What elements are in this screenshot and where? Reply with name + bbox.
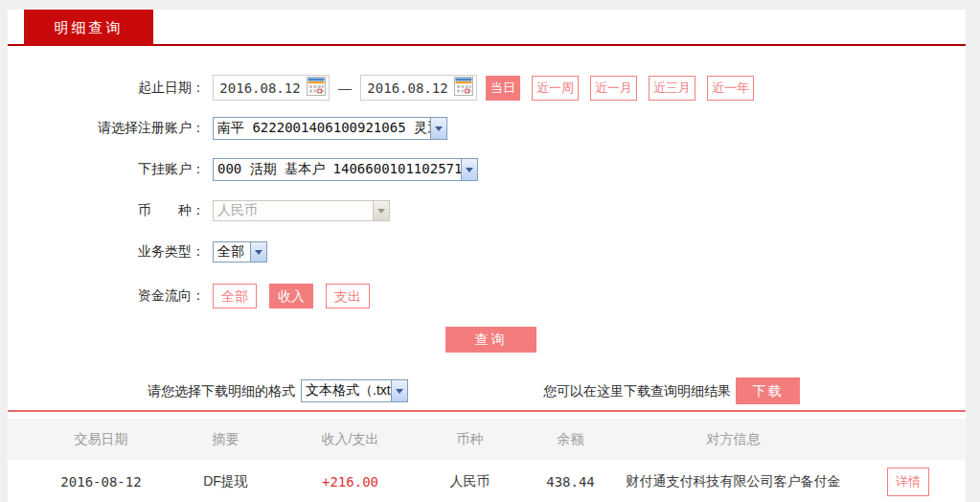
register-account-row: 请选择注册账户： 南平 6222001406100921065 灵通卡 — [8, 117, 966, 140]
calendar-icon[interactable] — [454, 77, 473, 100]
quick-range-3months-button[interactable]: 近三月 — [649, 76, 695, 101]
quick-range-week-button[interactable]: 近一周 — [532, 76, 579, 101]
table-header-row: 交易日期 摘要 收入/支出 币种 余额 对方信息 — [8, 419, 966, 460]
date-range-row: 起止日期： 2016.08.12 — — [8, 75, 966, 101]
sub-account-label: 下挂账户： — [8, 161, 205, 178]
content-panel: 明细查询 起止日期： 2016.08.12 — [8, 10, 966, 502]
download-format-value: 文本格式（.txt） — [302, 382, 391, 399]
detail-button[interactable]: 详情 — [887, 468, 929, 496]
table-header-balance: 余额 — [525, 431, 616, 448]
sub-account-select[interactable]: 000 活期 基本户 1406600101102571848 — [213, 158, 478, 181]
sub-account-row: 下挂账户： 000 活期 基本户 1406600101102571848 — [8, 158, 966, 181]
table-top-divider — [8, 410, 966, 412]
table-header-summary: 摘要 — [166, 431, 285, 448]
chevron-down-icon — [391, 380, 407, 401]
end-date-value: 2016.08.12 — [361, 80, 454, 96]
currency-select: 人民币 — [213, 200, 390, 221]
sub-account-value: 000 活期 基本户 1406600101102571848 — [214, 161, 461, 178]
chevron-down-icon — [461, 159, 477, 180]
date-range-separator: — — [338, 80, 352, 96]
chevron-down-icon — [250, 242, 266, 262]
register-account-value: 南平 6222001406100921065 灵通卡 — [214, 120, 430, 137]
end-date-input[interactable]: 2016.08.12 — [360, 75, 477, 101]
table-row: 2016-08-12 DF提现 +216.00 人民币 438.44 财付通支付… — [8, 460, 966, 502]
cell-summary: DF提现 — [166, 473, 285, 491]
register-account-select[interactable]: 南平 6222001406100921065 灵通卡 — [213, 117, 447, 140]
tab-bar: 明细查询 — [8, 10, 966, 46]
query-button[interactable]: 查询 — [445, 327, 536, 353]
table-header-currency: 币种 — [415, 431, 525, 448]
cell-counterparty: 财付通支付科技有限公司客户备付金 — [616, 473, 851, 491]
quick-range-year-button[interactable]: 近一年 — [707, 76, 754, 101]
currency-row: 币 种： 人民币 — [8, 200, 966, 221]
date-range-label: 起止日期： — [8, 80, 205, 97]
business-type-select[interactable]: 全部 — [213, 241, 267, 262]
business-type-value: 全部 — [214, 243, 250, 261]
business-type-row: 业务类型： 全部 — [8, 241, 966, 262]
download-button[interactable]: 下载 — [736, 377, 800, 404]
download-format-select[interactable]: 文本格式（.txt） — [301, 379, 408, 402]
cell-amount: +216.00 — [285, 474, 415, 490]
download-hint-text: 您可以在这里下载查询明细结果 — [543, 383, 731, 400]
fund-flow-expense-button[interactable]: 支出 — [326, 284, 370, 308]
fund-flow-all-button[interactable]: 全部 — [213, 284, 257, 308]
table-header-date: 交易日期 — [36, 431, 166, 448]
cell-transaction-date: 2016-08-12 — [36, 474, 166, 490]
table-header-amount: 收入/支出 — [285, 431, 415, 448]
calendar-icon[interactable] — [307, 77, 326, 100]
quick-range-month-button[interactable]: 近一月 — [590, 76, 637, 101]
currency-value: 人民币 — [214, 202, 373, 219]
tab-detail-query[interactable]: 明细查询 — [24, 10, 153, 46]
quick-range-today-button[interactable]: 当日 — [486, 76, 520, 101]
fund-flow-row: 资金流向： 全部 收入 支出 — [8, 284, 966, 308]
start-date-value: 2016.08.12 — [214, 80, 307, 96]
chevron-down-icon — [430, 118, 446, 139]
download-format-label: 请您选择下载明细的格式 — [8, 383, 295, 400]
fund-flow-label: 资金流向： — [8, 287, 205, 305]
register-account-label: 请选择注册账户： — [8, 120, 205, 137]
cell-balance: 438.44 — [525, 474, 616, 490]
currency-label: 币 种： — [8, 202, 205, 219]
fund-flow-income-button[interactable]: 收入 — [269, 284, 313, 308]
business-type-label: 业务类型： — [8, 243, 205, 261]
cell-currency: 人民币 — [415, 473, 525, 491]
table-header-counterparty: 对方信息 — [616, 431, 851, 448]
chevron-down-icon — [373, 201, 389, 220]
start-date-input[interactable]: 2016.08.12 — [213, 75, 330, 101]
